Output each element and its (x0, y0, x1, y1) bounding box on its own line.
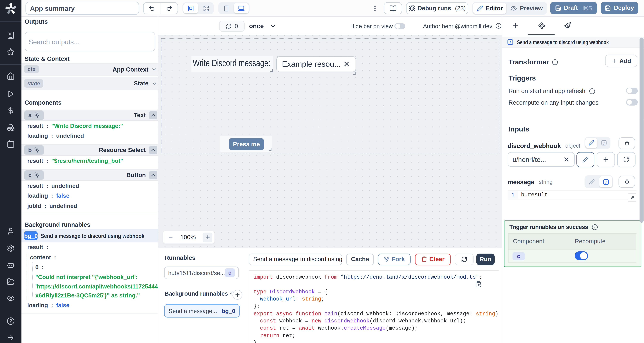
svg-text:f: f (605, 180, 607, 184)
svg-text:f: f (603, 141, 605, 145)
svg-text:f: f (510, 40, 511, 44)
